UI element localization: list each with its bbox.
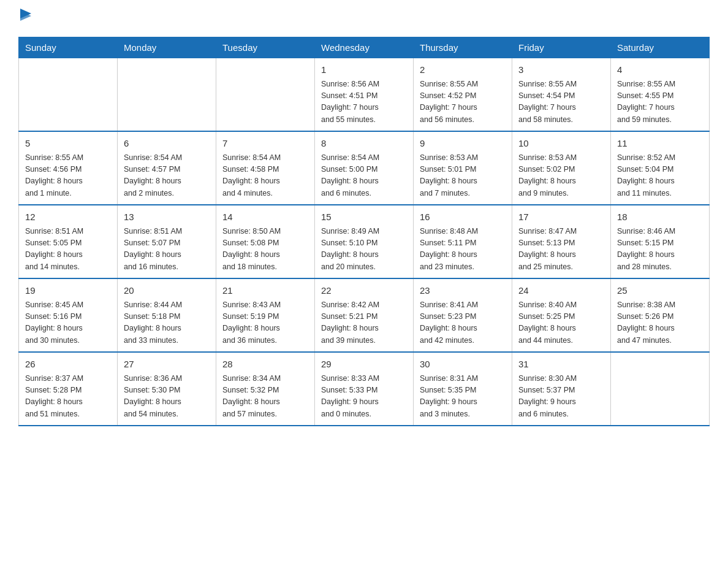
calendar-cell: 14Sunrise: 8:50 AM Sunset: 5:08 PM Dayli… <box>216 205 315 278</box>
day-number: 23 <box>420 284 506 298</box>
day-info: Sunrise: 8:46 AM Sunset: 5:15 PM Dayligh… <box>617 226 703 274</box>
day-number: 19 <box>25 284 111 298</box>
calendar-cell: 6Sunrise: 8:54 AM Sunset: 4:57 PM Daylig… <box>118 131 216 205</box>
calendar-cell <box>118 58 216 132</box>
day-number: 27 <box>124 358 210 372</box>
day-info: Sunrise: 8:55 AM Sunset: 4:52 PM Dayligh… <box>420 79 506 126</box>
calendar-cell: 20Sunrise: 8:44 AM Sunset: 5:18 PM Dayli… <box>118 278 216 352</box>
day-info: Sunrise: 8:42 AM Sunset: 5:21 PM Dayligh… <box>321 299 407 347</box>
calendar-cell <box>19 58 118 132</box>
day-of-week-friday: Friday <box>512 37 611 58</box>
day-info: Sunrise: 8:53 AM Sunset: 5:01 PM Dayligh… <box>420 152 506 200</box>
day-info: Sunrise: 8:50 AM Sunset: 5:08 PM Dayligh… <box>222 226 308 274</box>
calendar-cell <box>216 58 315 132</box>
day-number: 6 <box>124 137 210 151</box>
day-number: 15 <box>321 210 407 224</box>
day-number: 21 <box>222 284 308 298</box>
day-info: Sunrise: 8:36 AM Sunset: 5:30 PM Dayligh… <box>124 373 210 421</box>
day-info: Sunrise: 8:34 AM Sunset: 5:32 PM Dayligh… <box>222 373 308 421</box>
day-info: Sunrise: 8:56 AM Sunset: 4:51 PM Dayligh… <box>321 79 407 126</box>
day-info: Sunrise: 8:33 AM Sunset: 5:33 PM Dayligh… <box>321 373 407 421</box>
day-info: Sunrise: 8:43 AM Sunset: 5:19 PM Dayligh… <box>222 299 308 347</box>
day-number: 22 <box>321 284 407 298</box>
calendar-cell: 29Sunrise: 8:33 AM Sunset: 5:33 PM Dayli… <box>315 352 414 426</box>
calendar-cell: 12Sunrise: 8:51 AM Sunset: 5:05 PM Dayli… <box>19 205 118 278</box>
calendar-cell: 23Sunrise: 8:41 AM Sunset: 5:23 PM Dayli… <box>414 278 512 352</box>
day-info: Sunrise: 8:52 AM Sunset: 5:04 PM Dayligh… <box>617 152 703 200</box>
day-number: 3 <box>518 63 604 77</box>
calendar-week-4: 19Sunrise: 8:45 AM Sunset: 5:16 PM Dayli… <box>19 278 710 352</box>
day-number: 8 <box>321 137 407 151</box>
day-of-week-thursday: Thursday <box>414 37 512 58</box>
day-info: Sunrise: 8:54 AM Sunset: 4:57 PM Dayligh… <box>124 152 210 200</box>
calendar-cell: 15Sunrise: 8:49 AM Sunset: 5:10 PM Dayli… <box>315 205 414 278</box>
day-number: 14 <box>222 210 308 224</box>
day-number: 17 <box>518 210 604 224</box>
day-info: Sunrise: 8:48 AM Sunset: 5:11 PM Dayligh… <box>420 226 506 274</box>
calendar-week-3: 12Sunrise: 8:51 AM Sunset: 5:05 PM Dayli… <box>19 205 710 278</box>
day-info: Sunrise: 8:45 AM Sunset: 5:16 PM Dayligh… <box>25 299 111 347</box>
day-of-week-monday: Monday <box>118 37 216 58</box>
calendar-cell: 24Sunrise: 8:40 AM Sunset: 5:25 PM Dayli… <box>512 278 611 352</box>
day-info: Sunrise: 8:51 AM Sunset: 5:05 PM Dayligh… <box>25 226 111 274</box>
day-info: Sunrise: 8:49 AM Sunset: 5:10 PM Dayligh… <box>321 226 407 274</box>
day-number: 1 <box>321 63 407 77</box>
calendar-cell: 4Sunrise: 8:55 AM Sunset: 4:55 PM Daylig… <box>611 58 710 132</box>
day-number: 9 <box>420 137 506 151</box>
day-number: 25 <box>617 284 703 298</box>
day-info: Sunrise: 8:31 AM Sunset: 5:35 PM Dayligh… <box>420 373 506 421</box>
day-of-week-tuesday: Tuesday <box>216 37 315 58</box>
calendar-cell: 27Sunrise: 8:36 AM Sunset: 5:30 PM Dayli… <box>118 352 216 426</box>
day-info: Sunrise: 8:37 AM Sunset: 5:28 PM Dayligh… <box>25 373 111 421</box>
day-info: Sunrise: 8:55 AM Sunset: 4:56 PM Dayligh… <box>25 152 111 200</box>
day-info: Sunrise: 8:54 AM Sunset: 4:58 PM Dayligh… <box>222 152 308 200</box>
calendar-cell: 30Sunrise: 8:31 AM Sunset: 5:35 PM Dayli… <box>414 352 512 426</box>
calendar-cell: 19Sunrise: 8:45 AM Sunset: 5:16 PM Dayli… <box>19 278 118 352</box>
logo-flag-icon <box>20 9 31 23</box>
day-number: 30 <box>420 358 506 372</box>
day-info: Sunrise: 8:53 AM Sunset: 5:02 PM Dayligh… <box>518 152 604 200</box>
page-header <box>18 12 710 26</box>
calendar-cell: 26Sunrise: 8:37 AM Sunset: 5:28 PM Dayli… <box>19 352 118 426</box>
day-info: Sunrise: 8:55 AM Sunset: 4:54 PM Dayligh… <box>518 79 604 126</box>
day-number: 16 <box>420 210 506 224</box>
calendar-cell: 18Sunrise: 8:46 AM Sunset: 5:15 PM Dayli… <box>611 205 710 278</box>
calendar-cell: 17Sunrise: 8:47 AM Sunset: 5:13 PM Dayli… <box>512 205 611 278</box>
day-info: Sunrise: 8:38 AM Sunset: 5:26 PM Dayligh… <box>617 299 703 347</box>
day-number: 29 <box>321 358 407 372</box>
calendar-cell: 7Sunrise: 8:54 AM Sunset: 4:58 PM Daylig… <box>216 131 315 205</box>
day-number: 18 <box>617 210 703 224</box>
day-info: Sunrise: 8:44 AM Sunset: 5:18 PM Dayligh… <box>124 299 210 347</box>
day-info: Sunrise: 8:54 AM Sunset: 5:00 PM Dayligh… <box>321 152 407 200</box>
day-of-week-sunday: Sunday <box>19 37 118 58</box>
day-info: Sunrise: 8:55 AM Sunset: 4:55 PM Dayligh… <box>617 79 703 126</box>
calendar-cell: 2Sunrise: 8:55 AM Sunset: 4:52 PM Daylig… <box>414 58 512 132</box>
calendar-cell: 16Sunrise: 8:48 AM Sunset: 5:11 PM Dayli… <box>414 205 512 278</box>
calendar-cell: 22Sunrise: 8:42 AM Sunset: 5:21 PM Dayli… <box>315 278 414 352</box>
day-info: Sunrise: 8:47 AM Sunset: 5:13 PM Dayligh… <box>518 226 604 274</box>
calendar-cell: 1Sunrise: 8:56 AM Sunset: 4:51 PM Daylig… <box>315 58 414 132</box>
day-info: Sunrise: 8:30 AM Sunset: 5:37 PM Dayligh… <box>518 373 604 421</box>
day-number: 7 <box>222 137 308 151</box>
calendar-cell: 10Sunrise: 8:53 AM Sunset: 5:02 PM Dayli… <box>512 131 611 205</box>
day-number: 24 <box>518 284 604 298</box>
day-number: 10 <box>518 137 604 151</box>
day-number: 11 <box>617 137 703 151</box>
day-number: 31 <box>518 358 604 372</box>
calendar-week-2: 5Sunrise: 8:55 AM Sunset: 4:56 PM Daylig… <box>19 131 710 205</box>
calendar-week-1: 1Sunrise: 8:56 AM Sunset: 4:51 PM Daylig… <box>19 58 710 132</box>
calendar-cell: 28Sunrise: 8:34 AM Sunset: 5:32 PM Dayli… <box>216 352 315 426</box>
day-of-week-saturday: Saturday <box>611 37 710 58</box>
logo <box>18 12 31 26</box>
day-number: 5 <box>25 137 111 151</box>
day-number: 20 <box>124 284 210 298</box>
calendar-cell: 3Sunrise: 8:55 AM Sunset: 4:54 PM Daylig… <box>512 58 611 132</box>
day-number: 26 <box>25 358 111 372</box>
day-number: 28 <box>222 358 308 372</box>
calendar-week-5: 26Sunrise: 8:37 AM Sunset: 5:28 PM Dayli… <box>19 352 710 426</box>
calendar-cell <box>611 352 710 426</box>
day-number: 4 <box>617 63 703 77</box>
calendar-cell: 5Sunrise: 8:55 AM Sunset: 4:56 PM Daylig… <box>19 131 118 205</box>
day-info: Sunrise: 8:40 AM Sunset: 5:25 PM Dayligh… <box>518 299 604 347</box>
calendar-cell: 9Sunrise: 8:53 AM Sunset: 5:01 PM Daylig… <box>414 131 512 205</box>
